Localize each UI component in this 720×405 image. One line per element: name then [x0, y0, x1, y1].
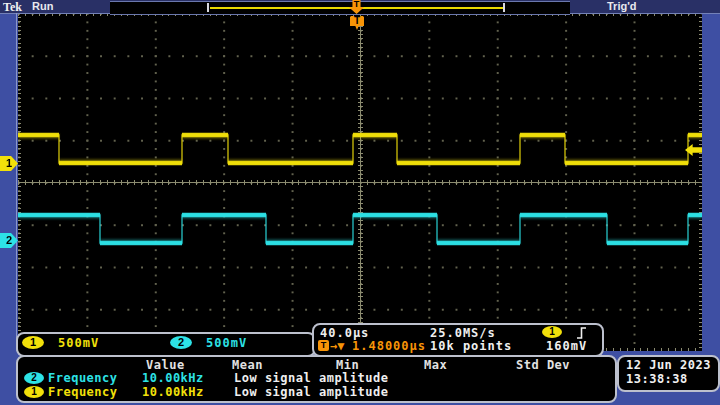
channel1-scale: 500mV	[58, 336, 99, 350]
channel2-scale: 500mV	[206, 336, 247, 350]
trigger-source-badge: 1	[542, 326, 562, 338]
channel1-badge: 1	[22, 336, 44, 349]
measurement-name: Frequency	[48, 385, 118, 399]
header-value: Value	[146, 358, 185, 372]
header-min: Min	[336, 358, 359, 372]
trigger-t-icon: T	[318, 340, 329, 351]
channel1-badge: 1	[24, 386, 44, 398]
sample-rate: 25.0MS/s	[430, 326, 496, 340]
waveform-traces	[18, 13, 702, 351]
ch2-trace	[18, 215, 702, 243]
horizontal-trigger-readout: 40.0µs 25.0MS/s 1 T →▼ 1.48000µs 10k poi…	[312, 323, 604, 357]
ch2-trace	[18, 215, 702, 243]
record-length: 10k points	[430, 339, 512, 353]
header-mean: Mean	[232, 358, 263, 372]
time-display: 13:38:38	[626, 372, 688, 386]
channel-scale-readout: 1 500mV 2 500mV	[16, 332, 316, 357]
rising-edge-slope-icon	[576, 327, 587, 339]
header-max: Max	[424, 358, 447, 372]
measurement-value: 10.00kHz	[142, 371, 204, 385]
time-per-div: 40.0µs	[320, 326, 369, 340]
ch1-trace	[18, 135, 702, 163]
ch2-trace	[18, 215, 702, 243]
trigger-level: 160mV	[546, 339, 587, 353]
oscilloscope-screen: Tek Run Trig'd T T 1 2 1 500mV 2 500mV 4…	[0, 0, 720, 405]
graticule-area	[18, 13, 702, 351]
header-stddev: Std Dev	[516, 358, 570, 372]
trigger-status: Trig'd	[607, 0, 637, 12]
date-display: 12 Jun 2023	[626, 358, 711, 372]
acquisition-status: Run	[32, 0, 53, 12]
measurement-name: Frequency	[48, 371, 118, 385]
bezel-edge-line	[16, 13, 17, 351]
trigger-pointer-icon: →▼	[330, 339, 344, 353]
channel2-badge: 2	[24, 372, 44, 384]
measurement-note: Low signal amplitude	[234, 385, 389, 399]
record-window-start-bracket	[207, 3, 209, 12]
measurement-table: Value Mean Min Max Std Dev 2 Frequency 1…	[16, 355, 617, 403]
measurement-note: Low signal amplitude	[234, 371, 389, 385]
datetime-box: 12 Jun 2023 13:38:38	[617, 355, 720, 392]
trigger-position: 1.48000µs	[352, 339, 426, 353]
ch1-trace	[18, 135, 702, 163]
record-window-end-bracket	[503, 3, 505, 12]
channel2-badge: 2	[170, 336, 192, 349]
ch1-trace	[18, 135, 702, 163]
measurement-value: 10.00kHz	[142, 385, 204, 399]
